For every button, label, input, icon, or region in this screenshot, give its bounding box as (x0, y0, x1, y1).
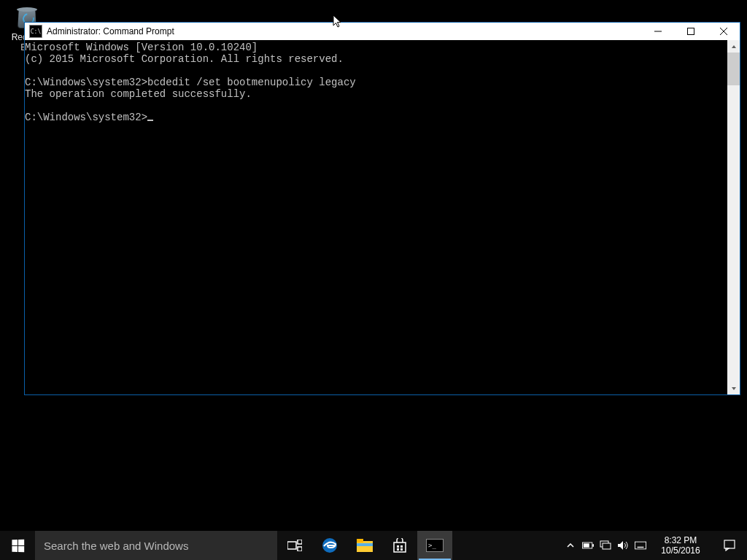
clock-time: 8:32 PM (655, 535, 706, 545)
system-tray: 8:32 PM 10/5/2016 (559, 531, 747, 560)
svg-rect-20 (592, 544, 594, 547)
console-output[interactable]: Microsoft Windows [Version 10.0.10240] (… (25, 40, 727, 394)
cmd-app-icon: C:\ (29, 25, 42, 38)
svg-marker-24 (618, 541, 623, 550)
notifications-icon (724, 540, 735, 551)
taskbar-app-command-prompt[interactable]: >_ (417, 531, 452, 560)
svg-rect-14 (394, 542, 406, 552)
text-cursor (147, 120, 153, 121)
tray-battery[interactable] (582, 540, 594, 551)
svg-rect-9 (298, 547, 302, 551)
svg-rect-1 (687, 28, 694, 35)
taskbar-clock[interactable]: 8:32 PM 10/5/2016 (652, 535, 712, 556)
console-line: (c) 2015 Microsoft Corporation. All righ… (25, 53, 344, 65)
start-button[interactable] (0, 531, 35, 560)
svg-rect-8 (298, 540, 302, 544)
command-prompt-window[interactable]: C:\ Administrator: Command Prompt Micros… (24, 22, 740, 395)
chevron-up-icon (731, 44, 737, 50)
console-prompt: C:\Windows\system32> (25, 112, 147, 123)
console-line: The operation completed successfully. (25, 88, 252, 100)
console-command: bcdedit /set bootmenupolicy legacy (147, 77, 356, 88)
taskbar[interactable]: Search the web and Windows (0, 531, 747, 560)
close-button[interactable] (707, 23, 740, 40)
console-line: Microsoft Windows [Version 10.0.10240] (25, 42, 258, 53)
edge-icon (322, 537, 338, 553)
svg-rect-7 (287, 542, 296, 549)
taskbar-app-file-explorer[interactable] (347, 531, 382, 560)
keyboard-icon (635, 541, 646, 550)
desktop-background[interactable]: Recycle Bin C:\ Administrator: Command P… (0, 0, 747, 560)
folder-icon (357, 539, 373, 552)
close-icon (720, 28, 727, 35)
svg-rect-23 (603, 543, 611, 549)
window-titlebar[interactable]: C:\ Administrator: Command Prompt (25, 23, 740, 40)
svg-rect-31 (638, 547, 644, 548)
svg-rect-15 (397, 545, 399, 548)
svg-rect-16 (400, 545, 403, 548)
clock-date: 10/5/2016 (655, 545, 706, 556)
svg-rect-21 (584, 543, 589, 547)
speaker-icon (617, 540, 629, 551)
tray-keyboard[interactable] (635, 540, 646, 551)
task-view-icon (287, 540, 302, 551)
svg-rect-17 (397, 548, 399, 551)
maximize-button[interactable] (674, 23, 707, 40)
console-prompt: C:\Windows\system32> (25, 77, 147, 88)
svg-rect-11 (357, 541, 373, 552)
svg-marker-4 (732, 45, 736, 48)
store-icon (392, 538, 407, 553)
scroll-thumb[interactable] (727, 52, 740, 85)
svg-rect-18 (400, 548, 403, 551)
action-center-button[interactable] (712, 540, 747, 551)
minimize-icon (654, 28, 662, 35)
tray-network[interactable] (600, 540, 611, 551)
svg-rect-12 (357, 539, 363, 542)
vertical-scrollbar[interactable] (727, 40, 740, 394)
taskbar-app-store[interactable] (382, 531, 417, 560)
windows-logo-icon (12, 539, 24, 552)
chevron-up-icon (567, 543, 574, 548)
chevron-down-icon (731, 386, 737, 392)
tray-overflow-button[interactable] (565, 540, 576, 551)
network-icon (600, 540, 611, 551)
window-title: Administrator: Command Prompt (47, 26, 174, 36)
scroll-down-button[interactable] (727, 382, 740, 394)
svg-marker-5 (732, 387, 736, 390)
taskbar-search[interactable]: Search the web and Windows (35, 531, 277, 560)
search-placeholder: Search the web and Windows (44, 540, 188, 552)
svg-rect-13 (357, 543, 373, 546)
minimize-button[interactable] (641, 23, 674, 40)
maximize-icon (687, 28, 694, 35)
scroll-up-button[interactable] (727, 40, 740, 52)
battery-icon (582, 542, 594, 549)
svg-rect-32 (724, 540, 735, 548)
taskbar-app-edge[interactable] (312, 531, 347, 560)
svg-rect-25 (635, 542, 646, 549)
svg-marker-33 (726, 548, 729, 551)
task-view-button[interactable] (277, 531, 312, 560)
scroll-track[interactable] (727, 52, 740, 382)
tray-volume[interactable] (617, 540, 629, 551)
cmd-taskbar-icon: >_ (426, 539, 444, 552)
